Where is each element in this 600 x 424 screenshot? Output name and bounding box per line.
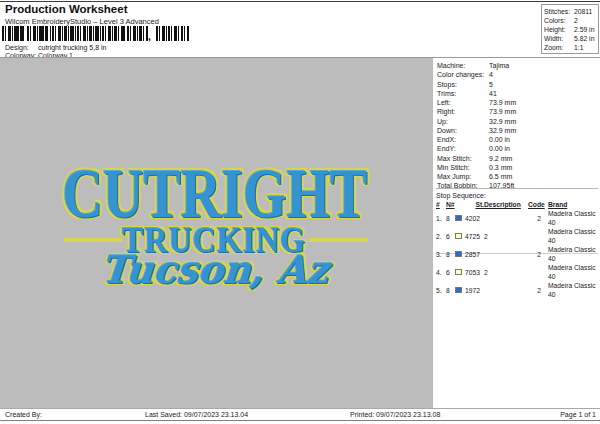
summary-row: Stitches:20811 [544,7,596,16]
row-code: 2 [528,286,541,295]
stop-sequence-title: Stop Sequence: [436,191,598,200]
machine-value: Tajima [489,61,598,70]
divider-dash-left [63,238,122,242]
machine-label: Machine: [437,61,489,70]
right-label: Right: [437,107,489,116]
machine-row: Left:73.9 mm [437,98,598,107]
machine-row: Max Stitch:9.2 mm [437,154,598,163]
row-brand: Madeira Classic 40 [541,263,598,281]
design-summary-box: Stitches:20811 Colors:2 Height:2.59 in W… [541,4,599,54]
row-brand: Madeira Classic 40 [541,227,598,245]
row-stitches: 1972 [465,286,484,295]
max-stitch-value: 9.2 mm [489,154,598,163]
up-value: 32.9 mm [489,117,598,126]
machine-row: Machine:Tajima [437,61,598,70]
endx-label: EndX: [437,135,489,144]
colors-label: Colors: [544,16,574,25]
col-description-header: Description [484,200,528,209]
stop-sequence-header-row: # N# St. Description Code Brand [436,200,598,209]
col-code-header: Code [528,200,541,209]
top-rule [0,1,600,2]
row-brand: Madeira Classic 40 [541,209,598,227]
left-label: Left: [437,98,489,107]
divider-dash-right [309,238,368,242]
design-row: Design:cutright trucking 5,8 in [5,44,106,51]
endy-value: 0.00 in [489,144,598,153]
stop-sequence-section: Stop Sequence: # N# St. Description Code… [436,188,598,254]
stop-sequence-row: 5. 8 1972 2 Madeira Classic 40 [436,281,598,299]
machine-info-panel: Machine:Tajima Color changes:4 Stops:5 T… [437,61,598,191]
row-needle: 8 [446,250,455,259]
machine-row: Stops:5 [437,80,598,89]
up-label: Up: [437,117,489,126]
min-stitch-value: 0.3 mm [489,163,598,172]
row-brand: Madeira Classic 40 [541,245,598,263]
machine-row: EndY:0.00 in [437,144,598,153]
row-needle: 6 [446,268,455,277]
summary-row: Zoom:1:1 [544,43,596,52]
machine-row: Right:73.9 mm [437,107,598,116]
trims-label: Trims: [437,89,489,98]
height-label: Height: [544,25,574,34]
down-value: 32.9 mm [489,126,598,135]
footer-bar: Created By: Last Saved: 09/07/2023 23.13… [0,408,600,421]
endx-value: 0.00 in [489,135,598,144]
row-stitches: 7053 [465,268,484,277]
machine-row: Up:32.9 mm [437,117,598,126]
row-stitches: 4202 [465,214,484,223]
width-label: Width: [544,34,574,43]
barcode-separator: , [148,31,151,42]
stops-value: 5 [489,80,598,89]
stop-sequence-row: 3. 8 2857 2 Madeira Classic 40 [436,245,598,263]
stitches-label: Stitches: [544,7,574,16]
machine-row: Min Stitch:0.3 mm [437,163,598,172]
col-st-header: St. [455,200,484,209]
row-description: 2 [484,268,528,277]
trims-value: 41 [489,89,598,98]
printed-timestamp: Printed: 09/07/2023 23.13.08 [350,411,440,418]
barcode-secondary-icon [156,26,189,41]
row-stitches: 2857 [465,250,484,259]
zoom-value: 1:1 [574,43,596,52]
machine-row: Color changes:4 [437,70,598,79]
colors-value: 2 [574,16,596,25]
row-needle: 6 [446,232,455,241]
thread-color-swatch [455,251,462,258]
thread-color-swatch [455,269,462,276]
design-value: cutright trucking 5,8 in [38,44,106,51]
max-stitch-label: Max Stitch: [437,154,489,163]
stop-sequence-row: 2. 6 4725 2 Madeira Classic 40 [436,227,598,245]
max-jump-label: Max Jump: [437,172,489,181]
production-worksheet-page: Production Worksheet Wilcom EmbroiderySt… [0,0,600,424]
design-text-tucson-az: Tucson, Az [100,251,330,289]
machine-row: EndX:0.00 in [437,135,598,144]
barcode-primary-icon [2,26,148,41]
stop-sequence-table: # N# St. Description Code Brand 1. 8 420… [436,200,598,299]
design-label: Design: [5,44,38,51]
summary-row: Width:5.82 in [544,34,596,43]
summary-row: Height:2.59 in [544,25,596,34]
row-needle: 8 [446,214,455,223]
row-num: 1. [436,214,446,223]
left-value: 73.9 mm [489,98,598,107]
thread-color-swatch [455,233,462,240]
row-num: 5. [436,286,446,295]
stops-label: Stops: [437,80,489,89]
min-stitch-label: Min Stitch: [437,163,489,172]
stop-sequence-row: 4. 6 7053 2 Madeira Classic 40 [436,263,598,281]
design-text-cutright: CUTRIGHT [63,158,368,228]
row-code: 2 [528,214,541,223]
row-needle: 8 [446,286,455,295]
endy-label: EndY: [437,144,489,153]
color-changes-value: 4 [489,70,598,79]
design-preview-canvas: CUTRIGHT TRUCKING Tucson, Az [0,58,433,408]
app-subtitle: Wilcom EmbroideryStudio – Level 3 Advanc… [5,17,159,26]
machine-row: Max Jump:6.5 mm [437,172,598,181]
right-value: 73.9 mm [489,107,598,116]
page-number: Page 1 of 1 [560,411,596,418]
width-value: 5.82 in [574,34,596,43]
col-needle-header: N# [446,200,455,209]
created-by-label: Created By: [5,411,42,418]
machine-row: Down:32.9 mm [437,126,598,135]
row-num: 3. [436,250,446,259]
